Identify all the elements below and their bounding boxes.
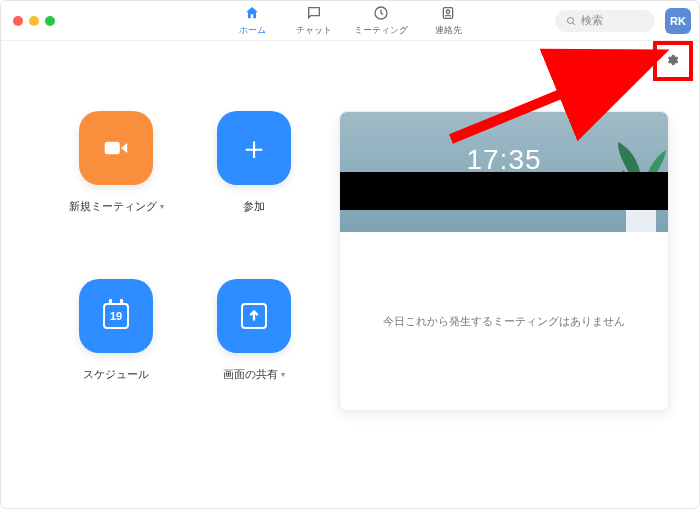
app-header: ホーム チャット ミーティング 連絡先 検索 RK [1, 1, 699, 41]
chat-icon [306, 5, 322, 24]
tab-home[interactable]: ホーム [230, 5, 274, 37]
upcoming-panel: 17:35 今日これから発生するミーティングはありません [339, 111, 669, 411]
video-icon [101, 133, 131, 163]
schedule-tile: 19 [79, 279, 153, 353]
chevron-down-icon[interactable]: ▾ [160, 202, 164, 211]
nav-tabs: ホーム チャット ミーティング 連絡先 [230, 5, 470, 37]
minimize-window-dot[interactable] [29, 16, 39, 26]
main-content: 新規ミーティング ▾ ＋ 参加 19 スケジュール [1, 41, 699, 441]
clock-icon [373, 5, 389, 24]
tab-label: ミーティング [354, 24, 408, 37]
new-meeting-tile [79, 111, 153, 185]
action-label: 新規ミーティング [69, 199, 157, 214]
contact-icon [440, 5, 456, 24]
header-right: 検索 RK [555, 8, 691, 34]
tab-label: 連絡先 [435, 24, 462, 37]
search-placeholder: 検索 [581, 13, 603, 28]
svg-rect-6 [105, 142, 120, 155]
action-label: スケジュール [83, 367, 149, 382]
action-label: 参加 [243, 199, 265, 214]
empty-meetings-text: 今日これから発生するミーティングはありません [340, 232, 668, 410]
avatar-initials: RK [670, 15, 686, 27]
join-button[interactable]: ＋ 参加 [199, 111, 309, 243]
share-up-icon [241, 303, 267, 329]
tab-label: チャット [296, 24, 332, 37]
settings-button[interactable] [665, 53, 679, 71]
chevron-down-icon[interactable]: ▾ [281, 370, 285, 379]
new-meeting-button[interactable]: 新規ミーティング ▾ [61, 111, 171, 243]
calendar-day: 19 [110, 310, 122, 322]
settings-container [655, 45, 689, 79]
share-screen-button[interactable]: 画面の共有 ▾ [199, 279, 309, 411]
calendar-icon: 19 [103, 303, 129, 329]
share-tile [217, 279, 291, 353]
svg-point-3 [568, 17, 574, 23]
schedule-button[interactable]: 19 スケジュール [61, 279, 171, 411]
tab-contacts[interactable]: 連絡先 [426, 5, 470, 37]
redaction-bar [340, 172, 668, 210]
clock-time: 17:35 [466, 144, 541, 176]
home-icon [244, 5, 260, 24]
tab-chat[interactable]: チャット [292, 5, 336, 37]
window-controls[interactable] [9, 16, 55, 26]
plus-icon: ＋ [238, 132, 270, 164]
close-window-dot[interactable] [13, 16, 23, 26]
avatar[interactable]: RK [665, 8, 691, 34]
tab-meetings[interactable]: ミーティング [354, 5, 408, 37]
panel-hero: 17:35 [340, 112, 668, 232]
search-input[interactable]: 検索 [555, 10, 655, 32]
action-label: 画面の共有 [223, 367, 278, 382]
search-icon [565, 15, 577, 27]
action-grid: 新規ミーティング ▾ ＋ 参加 19 スケジュール [61, 111, 309, 411]
svg-point-2 [446, 10, 449, 13]
gear-icon [665, 53, 679, 67]
join-tile: ＋ [217, 111, 291, 185]
zoom-window-dot[interactable] [45, 16, 55, 26]
tab-label: ホーム [239, 24, 266, 37]
